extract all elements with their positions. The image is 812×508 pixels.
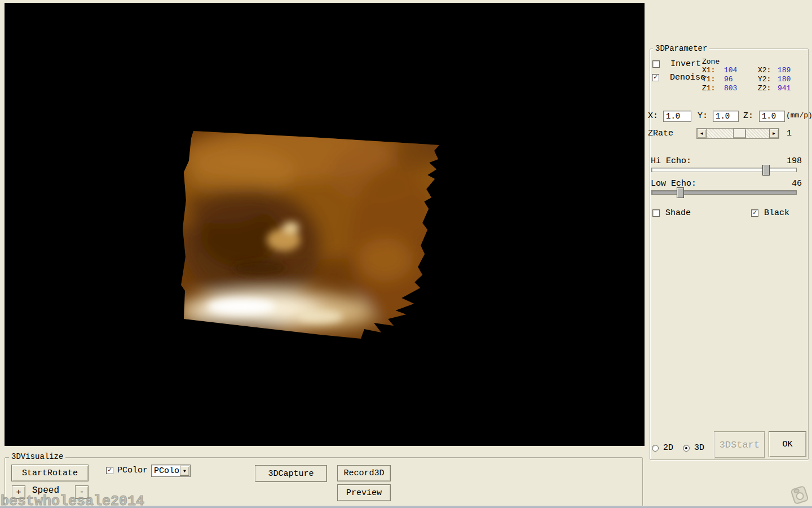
zone-z2-label: Z2:: [758, 84, 771, 93]
hi-echo-label: Hi Echo:: [651, 157, 691, 166]
zone-x1-value: 104: [724, 66, 737, 75]
zone-y2-label: Y2:: [758, 75, 771, 84]
check-icon: ✓: [654, 73, 657, 81]
ok-button[interactable]: OK: [769, 431, 806, 457]
zone-title: Zone: [702, 58, 720, 67]
mode-2d-radio[interactable]: [652, 445, 659, 452]
scale-z-label: Z:: [743, 112, 753, 121]
shade-checkbox[interactable]: [652, 209, 660, 217]
mode-3d-label: 3D: [694, 444, 704, 453]
zone-z1-value: 803: [724, 84, 737, 93]
zone-z1-label: Z1:: [702, 84, 715, 93]
capture-3d-button[interactable]: 3DCapture: [255, 465, 327, 482]
record-3d-button[interactable]: Record3D: [337, 465, 391, 481]
zone-y1-label: Y1:: [702, 75, 715, 84]
hi-echo-thumb[interactable]: [762, 165, 770, 176]
low-echo-thumb[interactable]: [677, 187, 684, 198]
black-label: Black: [764, 209, 789, 218]
pcolor-label: PColor: [117, 466, 148, 475]
render-viewport[interactable]: [5, 3, 645, 446]
zrate-right-arrow-icon[interactable]: ►: [769, 129, 779, 138]
scale-x-label: X:: [648, 112, 658, 121]
scale-unit-label: (mm/p): [786, 111, 812, 120]
zone-z2-value: 941: [778, 84, 791, 93]
watermark-text: bestwholesale2014: [1, 493, 144, 508]
hi-echo-value: 198: [779, 157, 802, 166]
invert-checkbox[interactable]: [652, 60, 660, 68]
preview-button[interactable]: Preview: [337, 484, 391, 501]
denoise-label: Denoise: [670, 73, 705, 82]
dropdown-arrow-icon[interactable]: ▼: [180, 466, 189, 476]
scale-y-label: Y:: [698, 112, 708, 121]
zone-x2-value: 189: [778, 66, 791, 75]
zrate-left-arrow-icon[interactable]: ◄: [697, 129, 707, 138]
visualize-group-title: 3DVisualize: [9, 453, 65, 461]
ultrasound-3d-render: [5, 3, 645, 446]
hi-echo-track[interactable]: [651, 168, 797, 172]
zone-y2-value: 180: [778, 75, 791, 84]
check-icon: ✓: [108, 466, 112, 474]
zrate-thumb[interactable]: [733, 129, 746, 138]
scale-z-input[interactable]: [759, 111, 785, 122]
watermark-stamp-icon: [788, 483, 811, 507]
denoise-checkbox[interactable]: ✓: [652, 74, 659, 81]
start-rotate-button[interactable]: StartRotate: [11, 465, 89, 481]
scale-y-input[interactable]: [713, 111, 739, 122]
low-echo-track[interactable]: [651, 190, 797, 195]
pcolor-checkbox[interactable]: ✓: [106, 467, 113, 474]
zrate-label: ZRate: [648, 129, 673, 138]
low-echo-label: Low Echo:: [651, 179, 696, 189]
shade-label: Shade: [665, 209, 691, 218]
mode-2d-label: 2D: [663, 444, 673, 453]
zone-x1-label: X1:: [702, 66, 715, 75]
scale-x-input[interactable]: [663, 111, 691, 122]
low-echo-value: 46: [779, 179, 802, 189]
zone-x2-label: X2:: [758, 66, 771, 75]
mode-3d-radio[interactable]: [683, 445, 690, 452]
application-window: 3DParameter Invert ✓ Denoise Zone X1: 10…: [0, 0, 812, 508]
zrate-value: 1: [787, 129, 792, 138]
zrate-scrollbar[interactable]: ◄ ►: [696, 128, 779, 139]
zone-y1-value: 96: [724, 75, 733, 84]
param-group-title: 3DParameter: [653, 45, 709, 53]
check-icon: ✓: [753, 209, 757, 217]
invert-label: Invert: [670, 60, 701, 69]
start3d-button[interactable]: 3DStart: [714, 431, 765, 458]
black-checkbox[interactable]: ✓: [751, 209, 758, 217]
pcolor-dropdown[interactable]: PColor ▼: [151, 465, 191, 477]
